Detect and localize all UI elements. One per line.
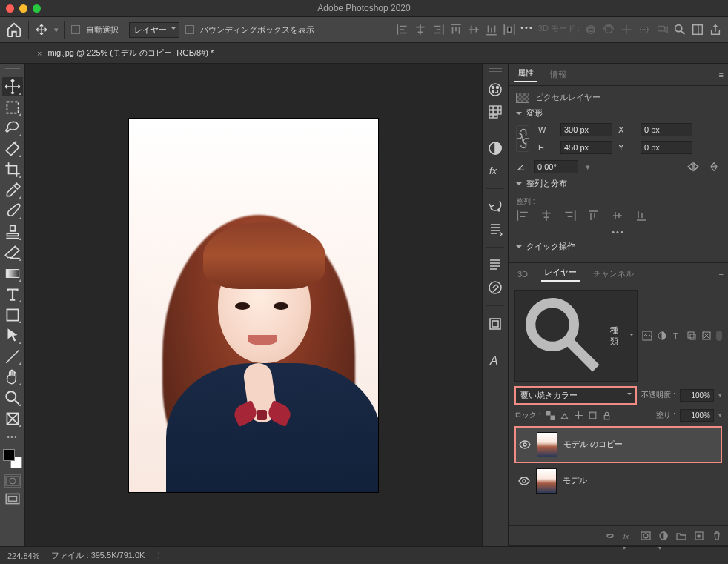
show-bbox-checkbox[interactable] [185,25,194,34]
stamp-tool[interactable] [2,222,23,242]
quick-actions-header[interactable]: クイック操作 [516,241,721,252]
hand-tool[interactable] [2,368,23,387]
document-canvas[interactable] [129,119,378,492]
workspace-icon[interactable] [691,23,704,36]
filter-type-icon[interactable]: T [672,331,682,341]
height-input[interactable]: 450 px [560,141,612,154]
eraser-tool[interactable] [2,243,23,262]
blend-mode-dropdown[interactable]: 覆い焼きカラー [514,386,637,405]
adjustments-panel-icon[interactable] [486,139,504,157]
align-top-icon[interactable] [449,23,463,36]
panel-grip[interactable] [489,68,502,72]
layer-thumbnail[interactable] [537,432,557,457]
eyedropper-tool[interactable] [2,181,23,200]
align-right-edges-icon[interactable] [563,210,577,222]
align-vcenters-icon[interactable] [611,210,624,222]
search-icon[interactable] [673,23,686,36]
lock-artboard-icon[interactable] [588,411,598,420]
3d-slide-icon[interactable] [638,23,651,36]
auto-select-checkbox[interactable] [71,25,80,34]
panel-menu-icon[interactable]: ≡ [719,70,724,79]
angle-input[interactable]: 0.00° [534,160,578,173]
x-input[interactable]: 0 px [641,123,692,136]
actions-panel-icon[interactable] [486,279,504,296]
filter-adjustment-icon[interactable] [657,331,667,341]
auto-select-target-dropdown[interactable]: レイヤー [129,22,179,38]
lock-position-icon[interactable] [574,411,583,420]
pen-tool[interactable] [2,347,23,366]
toolbox-grip[interactable] [5,68,20,73]
crop-tool[interactable] [2,160,23,179]
link-layers-icon[interactable] [605,531,615,541]
fill-input[interactable]: 100% [680,409,714,422]
align-hcenter-icon[interactable] [414,23,427,36]
canvas-area[interactable] [25,64,482,546]
close-tab-icon[interactable]: × [37,49,42,58]
history-panel-icon[interactable] [486,198,504,216]
maximize-window-button[interactable] [33,4,41,13]
screen-mode-button[interactable] [4,492,21,505]
filter-toggle[interactable] [716,331,722,341]
3d-zoom-icon[interactable] [655,23,669,36]
color-panel-icon[interactable] [486,81,504,99]
lock-all-icon[interactable] [602,411,612,420]
layer-visibility-icon[interactable] [518,475,530,487]
layer-item-copy[interactable]: モデル のコピー [514,426,722,463]
align-vcenter-icon[interactable] [467,23,480,36]
more-options-icon[interactable]: ••• [520,23,534,36]
tab-channels[interactable]: チャンネル [590,268,637,279]
width-input[interactable]: 300 px [560,123,612,136]
group-layers-icon[interactable] [676,531,686,541]
lock-image-icon[interactable] [560,411,569,420]
align-bottom-icon[interactable] [485,23,498,36]
layer-thumbnail[interactable] [536,468,557,494]
color-swatches[interactable] [3,449,22,468]
layer-filter-kind-dropdown[interactable]: 種類 [514,290,638,382]
home-button[interactable] [6,21,22,38]
align-more-icon[interactable]: ••• [516,228,721,236]
flip-horizontal-icon[interactable] [686,162,700,172]
align-left-edges-icon[interactable] [516,210,529,222]
new-layer-icon[interactable] [694,531,704,541]
filter-smartobj-icon[interactable] [701,331,712,341]
tab-info[interactable]: 情報 [547,69,569,80]
swatches-panel-icon[interactable] [486,103,504,121]
layer-visibility-icon[interactable] [519,439,531,451]
marquee-tool[interactable] [2,98,23,117]
close-window-button[interactable] [6,4,14,13]
shape-tool[interactable] [2,305,23,325]
styles-panel-icon[interactable]: fx [486,162,504,179]
distribute-icon[interactable] [503,23,516,36]
tab-layers[interactable]: レイヤー [541,267,580,282]
align-top-edges-icon[interactable] [587,210,600,222]
brush-settings-panel-icon[interactable] [486,220,504,238]
document-tab[interactable]: × mig.jpg @ 225% (モデル のコピー, RGB/8#) * [30,43,221,63]
foreground-color-swatch[interactable] [3,449,15,461]
flip-vertical-icon[interactable] [707,162,721,172]
align-hcenters-icon[interactable] [540,210,553,222]
libraries-panel-icon[interactable] [486,315,504,333]
3d-orbit-icon[interactable] [584,23,598,36]
edit-toolbar-icon[interactable]: ••• [2,430,23,443]
align-section-header[interactable]: 整列と分布 [516,178,721,189]
transform-section-header[interactable]: 変形 [516,107,721,119]
frame-tool[interactable] [2,409,23,428]
type-tool[interactable] [2,285,23,304]
share-icon[interactable] [709,23,722,36]
opacity-input[interactable]: 100% [680,389,714,402]
align-left-icon[interactable] [396,23,409,36]
link-wh-icon[interactable] [516,125,529,152]
brush-tool[interactable] [2,202,23,221]
layer-name[interactable]: モデル のコピー [563,439,623,450]
quick-mask-button[interactable] [4,474,21,488]
layer-mask-icon[interactable] [641,531,651,541]
layer-name[interactable]: モデル [563,475,587,486]
paragraph-panel-icon[interactable] [486,256,504,274]
y-input[interactable]: 0 px [641,141,692,154]
adjustment-layer-icon[interactable]: ▾ [658,531,669,541]
tab-3d[interactable]: 3D [514,270,531,279]
gradient-tool[interactable] [2,264,23,283]
layers-panel-menu-icon[interactable]: ≡ [719,270,724,279]
align-bottom-edges-icon[interactable] [635,210,648,222]
align-right-icon[interactable] [431,23,445,36]
